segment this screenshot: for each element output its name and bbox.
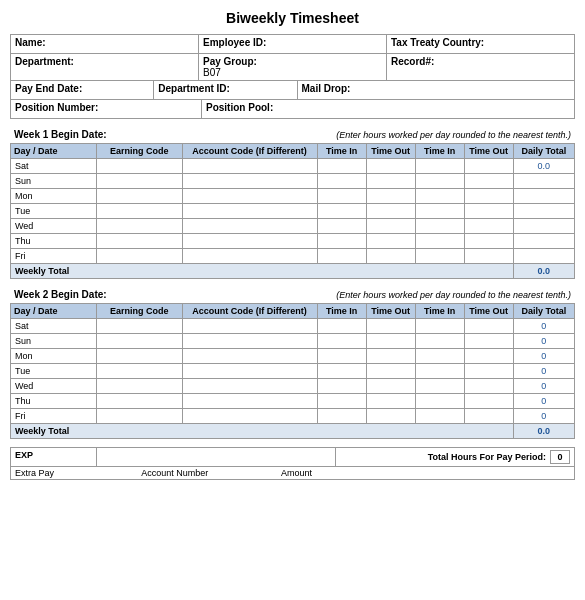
position-number-cell: Position Number: <box>11 100 202 118</box>
time-cell <box>182 204 317 219</box>
time-cell <box>317 409 366 424</box>
table-row: Thu <box>11 234 575 249</box>
position-number-label: Position Number: <box>15 102 197 113</box>
table-row: Tue <box>11 204 575 219</box>
time-cell <box>96 349 182 364</box>
time-cell <box>366 219 415 234</box>
department-id-label: Department ID: <box>158 83 292 94</box>
position-pool-label: Position Pool: <box>206 102 570 113</box>
department-id-cell: Department ID: <box>154 81 297 99</box>
day-cell: Thu <box>11 394 97 409</box>
time-cell <box>317 219 366 234</box>
col-header-time-out2-w2: Time Out <box>464 304 513 319</box>
time-cell <box>182 249 317 264</box>
time-cell <box>96 334 182 349</box>
time-cell <box>464 394 513 409</box>
col-header-time-out1-w1: Time Out <box>366 144 415 159</box>
exp-spacer <box>338 467 574 479</box>
day-cell: Wed <box>11 379 97 394</box>
mail-drop-cell: Mail Drop: <box>298 81 575 99</box>
time-cell <box>366 334 415 349</box>
weekly-total-label: Weekly Total <box>11 264 514 279</box>
time-cell <box>415 364 464 379</box>
time-cell <box>182 219 317 234</box>
week1-header: Week 1 Begin Date: (Enter hours worked p… <box>10 127 575 142</box>
account-number-label: Account Number <box>95 467 255 479</box>
time-cell <box>366 379 415 394</box>
department-cell: Department: <box>11 54 199 80</box>
week2-header: Week 2 Begin Date: (Enter hours worked p… <box>10 287 575 302</box>
time-cell <box>317 349 366 364</box>
time-cell <box>182 234 317 249</box>
col-header-account-w1: Account Code (If Different) <box>182 144 317 159</box>
week2-instruction: (Enter hours worked per day rounded to t… <box>336 290 571 300</box>
table-row: Sun <box>11 174 575 189</box>
pay-group-cell: Pay Group: B07 <box>199 54 387 80</box>
table-row: Wed <box>11 219 575 234</box>
time-cell <box>317 159 366 174</box>
time-cell <box>182 174 317 189</box>
time-cell <box>96 364 182 379</box>
daily-total-cell: 0.0 <box>513 159 574 174</box>
day-cell: Sat <box>11 319 97 334</box>
department-label: Department: <box>15 56 194 67</box>
time-cell <box>96 219 182 234</box>
time-cell <box>415 234 464 249</box>
exp-sublabels-row: Extra Pay Account Number Amount <box>11 467 574 479</box>
daily-total-cell: 0 <box>513 394 574 409</box>
time-cell <box>366 394 415 409</box>
pay-end-date-cell: Pay End Date: <box>11 81 154 99</box>
week2-begin-date-label: Week 2 Begin Date: <box>14 289 107 300</box>
total-hours-value: 0 <box>550 450 570 464</box>
time-cell <box>182 409 317 424</box>
day-cell: Thu <box>11 234 97 249</box>
table-row: Fri0 <box>11 409 575 424</box>
time-cell <box>366 174 415 189</box>
header-row-2: Department: Pay Group: B07 Record#: <box>11 54 574 81</box>
col-header-time-in1-w1: Time In <box>317 144 366 159</box>
time-cell <box>415 249 464 264</box>
time-cell <box>366 319 415 334</box>
daily-total-cell: 0 <box>513 349 574 364</box>
week1-instruction: (Enter hours worked per day rounded to t… <box>336 130 571 140</box>
time-cell <box>415 204 464 219</box>
time-cell <box>464 159 513 174</box>
time-cell <box>415 394 464 409</box>
time-cell <box>366 234 415 249</box>
tax-treaty-cell: Tax Treaty Country: <box>387 35 574 53</box>
col-header-day-date-w1: Day / Date <box>11 144 97 159</box>
time-cell <box>366 364 415 379</box>
time-cell <box>317 174 366 189</box>
time-cell <box>317 334 366 349</box>
daily-total-cell <box>513 189 574 204</box>
day-cell: Sun <box>11 334 97 349</box>
time-cell <box>464 189 513 204</box>
daily-total-cell: 0 <box>513 319 574 334</box>
time-cell <box>415 409 464 424</box>
col-header-time-in2-w2: Time In <box>415 304 464 319</box>
day-cell: Sun <box>11 174 97 189</box>
employee-id-label: Employee ID: <box>203 37 382 48</box>
time-cell <box>366 409 415 424</box>
day-cell: Tue <box>11 204 97 219</box>
time-cell <box>96 249 182 264</box>
time-cell <box>415 319 464 334</box>
daily-total-cell: 0 <box>513 409 574 424</box>
time-cell <box>415 174 464 189</box>
table-row: Mon <box>11 189 575 204</box>
daily-total-cell: 0 <box>513 334 574 349</box>
time-cell <box>415 159 464 174</box>
time-cell <box>464 409 513 424</box>
time-cell <box>464 379 513 394</box>
time-cell <box>317 379 366 394</box>
day-cell: Fri <box>11 409 97 424</box>
total-hours-label: Total Hours For Pay Period: <box>428 452 546 462</box>
exp-row-main: EXP Total Hours For Pay Period: 0 <box>11 448 574 467</box>
header-row-4: Position Number: Position Pool: <box>11 100 574 118</box>
daily-total-cell <box>513 219 574 234</box>
col-header-time-in2-w1: Time In <box>415 144 464 159</box>
header-row-1: Name: Employee ID: Tax Treaty Country: <box>11 35 574 54</box>
week1-table: Day / Date Earning Code Account Code (If… <box>10 143 575 279</box>
time-cell <box>366 204 415 219</box>
table-row: Thu0 <box>11 394 575 409</box>
